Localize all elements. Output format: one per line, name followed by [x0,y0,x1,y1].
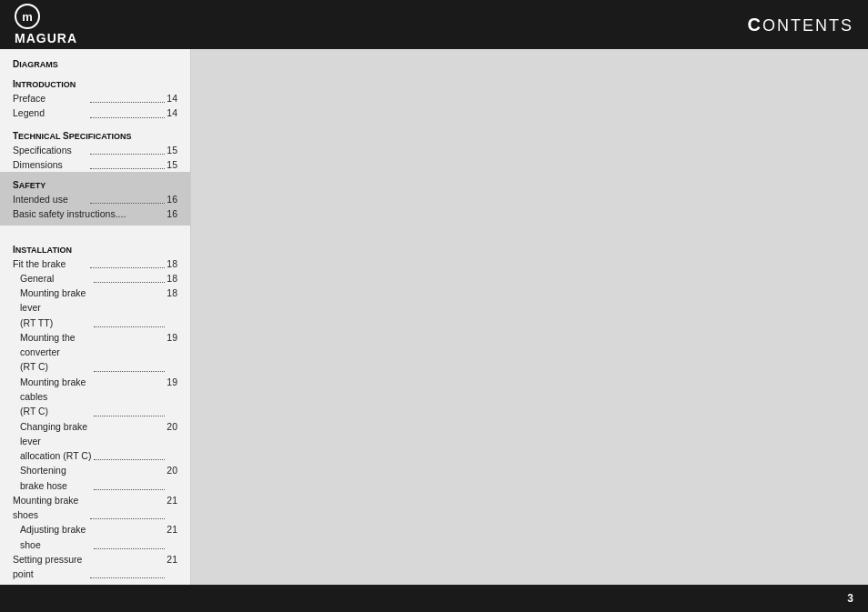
toc-entry-adjusting-brake-shoe: Adjusting brake shoe 21 [13,522,177,552]
toc-label: Preface [13,91,88,105]
logo-icon: m [22,10,33,24]
logo-circle: m [15,4,40,29]
toc-page: 20 [167,419,177,464]
toc-dots [94,522,166,549]
toc-dots [94,286,166,327]
toc-page: 15 [167,143,177,157]
toc-page: 19 [167,330,177,375]
page-number: 3 [847,592,853,605]
toc-page: 18 [167,286,177,330]
toc-dots [94,375,166,416]
section-header-installation: INSTALLATION [13,244,177,255]
toc-label: Setting pressure point [13,552,88,582]
toc-entry-general: General 18 [13,271,177,286]
header: m MAGURA CONTENTS [0,0,868,49]
footer: 3 [0,585,868,612]
toc-page: 19 [167,375,177,419]
toc-label: Mounting brake shoes [13,493,88,523]
toc-dots [90,552,166,579]
safety-section: SAFETY Intended use 16 Basic safety inst… [0,172,190,226]
header-title-rest: ONTENTS [762,16,853,35]
toc-label: Basic safety instructions.... [13,206,167,221]
toc-label: Shortening brake hose [20,463,92,493]
main-area: DIAGRAMS INTRODUCTION Preface 14 Legend … [0,49,868,585]
toc-dots [94,463,166,490]
toc-page: 14 [167,105,177,120]
toc-page: 21 [167,552,177,582]
toc-page: 16 [167,206,177,221]
toc-entry-changing-brake-lever: Changing brake leverallocation (RT C) 20 [13,419,177,464]
header-title-first: C [748,15,762,35]
toc-dots [94,419,166,461]
toc-entry-basic-safety: Basic safety instructions.... 16 [13,206,177,221]
section-header-introduction: INTRODUCTION [13,78,177,89]
toc-entry-specifications: Specifications 15 [13,143,177,157]
content-area [191,49,868,585]
toc-entry-preface: Preface 14 [13,91,177,105]
toc-entry-mounting-converter: Mounting the converter(RT C) 19 [13,330,177,375]
header-title: CONTENTS [748,15,853,35]
section-header-tech-specs: TECHNICAL SPECIFICATIONS [13,130,177,141]
toc-dots [94,271,166,283]
toc-entry-legend: Legend 14 [13,105,177,120]
toc-entry-intended-use: Intended use 16 [13,192,177,206]
toc-dots [90,256,166,268]
toc-dots [94,330,166,372]
toc-label: Mounting the converter(RT C) [20,330,92,375]
toc-entry-fit-brake: Fit the brake 18 [13,256,177,271]
toc-dots [90,493,166,520]
toc-entry-shortening-brake-hose: Shortening brake hose 20 [13,463,177,493]
table-of-contents: DIAGRAMS INTRODUCTION Preface 14 Legend … [0,49,191,585]
toc-dots [90,143,166,155]
logo-area: m MAGURA [15,4,77,45]
toc-entry-mounting-brake-cables: Mounting brake cables(RT C) 19 [13,375,177,419]
toc-label: Mounting brake lever(RT TT) [20,286,92,330]
toc-page: 21 [167,493,177,523]
toc-entry-setting-pressure-point: Setting pressure point 21 [13,552,177,582]
toc-entry-dimensions: Dimensions 15 [13,157,177,172]
toc-page: 15 [167,157,177,172]
toc-label: Dimensions [13,157,88,172]
toc-label: Mounting brake cables(RT C) [20,375,92,419]
section-header-diagrams: DIAGRAMS [13,58,177,69]
toc-page: 21 [167,522,177,552]
toc-dots [90,91,166,103]
toc-dots [90,105,166,117]
toc-dots [90,157,166,169]
toc-label: Intended use [13,192,88,206]
toc-entry-mounting-brake-lever-tt: Mounting brake lever(RT TT) 18 [13,286,177,330]
toc-page: 16 [167,192,177,206]
toc-label: Adjusting brake shoe [20,522,92,552]
toc-label: General [20,271,92,286]
toc-page: 18 [167,256,177,271]
toc-label: Fit the brake [13,256,88,271]
toc-label: Specifications [13,143,88,157]
toc-label: Changing brake leverallocation (RT C) [20,419,92,464]
toc-label: Legend [13,105,88,120]
toc-page: 20 [167,463,177,493]
spacer [13,226,177,235]
toc-dots [90,192,166,204]
brand-name: MAGURA [15,31,77,45]
toc-entry-mounting-brake-shoes: Mounting brake shoes 21 [13,493,177,523]
toc-page: 14 [167,91,177,105]
section-header-safety: SAFETY [13,179,177,190]
toc-page: 18 [167,271,177,286]
